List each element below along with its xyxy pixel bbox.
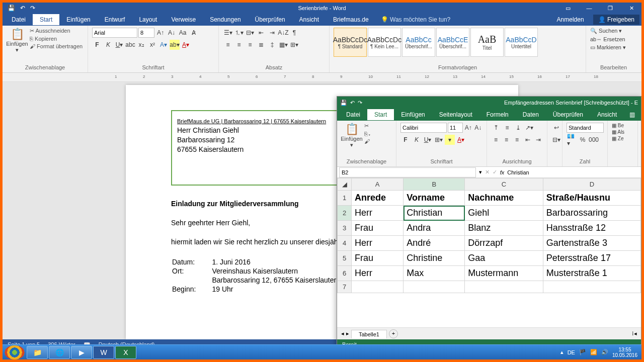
shading-button[interactable]: ▦▾ <box>278 40 288 50</box>
spreadsheet-grid[interactable]: ◢ABCD1AnredeVornameNachnameStraße/Hausnu… <box>337 178 641 327</box>
excel-tab-seitenlayout[interactable]: Seitenlayout <box>432 109 479 120</box>
excel-tab-start[interactable]: Start <box>367 109 394 120</box>
font-name-select[interactable] <box>92 28 137 38</box>
excel-border[interactable]: ⊞▾ <box>434 135 444 145</box>
new-sheet-button[interactable]: + <box>389 329 398 338</box>
sort-button[interactable]: A↓Z <box>278 28 288 38</box>
tray-clock[interactable]: 13:5510.05.2016 <box>612 347 637 358</box>
fmt-table[interactable]: ▦ Als <box>612 129 633 135</box>
tab-überprüfen[interactable]: Überprüfen <box>248 14 292 25</box>
excel-tab-formeln[interactable]: Formeln <box>479 109 516 120</box>
taskbar-explorer[interactable]: 📁 <box>27 346 48 359</box>
style-Standard[interactable]: AaBbCcDc¶ Standard <box>334 28 367 57</box>
ruler[interactable]: 123456789101112131415161718 <box>3 73 641 82</box>
close-button[interactable]: ✕ <box>621 5 641 12</box>
style-KeinLee[interactable]: AaBbCcDc¶ Kein Lee... <box>368 28 401 57</box>
line-spacing-button[interactable]: ‡ <box>267 40 277 50</box>
taskbar-ie[interactable]: 🌐 <box>49 346 70 359</box>
excel-tab-ansicht[interactable]: Ansicht <box>590 109 624 120</box>
merge-center[interactable]: ⊟▾ <box>551 135 561 145</box>
clear-format-button[interactable]: A̷ <box>189 28 199 38</box>
excel-bold[interactable]: F <box>400 135 411 145</box>
excel-font-size[interactable] <box>448 123 463 133</box>
excel-cut-button[interactable]: ✂ <box>364 123 371 129</box>
tray-network-icon[interactable]: 📶 <box>590 349 597 355</box>
taskbar-media[interactable]: ▶ <box>71 346 92 359</box>
excel-italic[interactable]: K <box>412 135 422 145</box>
undo-icon[interactable]: ↶ <box>20 5 25 12</box>
align-rgt[interactable]: ≡ <box>512 135 522 145</box>
align-bot[interactable]: ⤓ <box>513 123 523 133</box>
tab-einfügen[interactable]: Einfügen <box>59 14 97 25</box>
copy-button[interactable]: ⎘ Kopieren <box>30 36 83 42</box>
sign-in-button[interactable]: Anmelden <box>550 14 591 25</box>
cond-format[interactable]: ▦ Be <box>612 123 633 128</box>
ribbon-options-icon[interactable]: ▥ <box>629 111 639 118</box>
cut-button[interactable]: ✂ Ausschneiden <box>30 28 83 34</box>
subscript-button[interactable]: x₂ <box>136 40 146 50</box>
excel-font-color[interactable]: A▾ <box>456 135 466 145</box>
excel-grow-font[interactable]: A↑ <box>464 123 473 133</box>
undo-icon[interactable]: ↶ <box>350 100 355 106</box>
number-format[interactable] <box>567 123 604 133</box>
tab-sendungen[interactable]: Sendungen <box>203 14 248 25</box>
text-effects-button[interactable]: A▾ <box>158 40 169 50</box>
show-marks-button[interactable]: ¶ <box>289 28 299 38</box>
style-Titel[interactable]: AaBTitel <box>470 28 504 57</box>
minimize-button[interactable]: ▭ <box>558 5 578 12</box>
tell-me-input[interactable]: Was möchten Sie tun? <box>381 16 451 23</box>
tab-briefmaus.de[interactable]: Briefmaus.de <box>326 14 376 25</box>
change-case-button[interactable]: Aa <box>178 28 188 38</box>
cancel-icon[interactable]: ✕ <box>485 169 490 175</box>
wrap-text[interactable]: ↩ <box>551 123 561 133</box>
font-color-button[interactable]: A▾ <box>181 40 191 50</box>
bold-button[interactable]: F <box>92 40 102 50</box>
excel-tab-überprüfen[interactable]: Überprüfen <box>546 109 590 120</box>
save-icon[interactable]: 💾 <box>8 5 15 12</box>
save-icon[interactable]: 💾 <box>340 100 347 106</box>
indent-i[interactable]: ⇥ <box>533 135 543 145</box>
tray-flag-icon[interactable]: 🏴 <box>579 349 586 355</box>
style-Untertitel[interactable]: AaBbCcDUntertitel <box>505 28 538 57</box>
bullets-button[interactable]: ☰▾ <box>223 28 233 38</box>
grow-font-button[interactable]: A↑ <box>155 28 166 38</box>
currency[interactable]: 💶▾ <box>567 135 577 145</box>
justify-button[interactable]: ≣ <box>256 40 266 50</box>
italic-button[interactable]: K <box>103 40 113 50</box>
paste-button[interactable]: 📋Einfügen▾ <box>7 28 28 64</box>
indent-dec-button[interactable]: ⇤ <box>256 28 266 38</box>
excel-fill[interactable]: ▾ <box>445 135 455 145</box>
font-size-select[interactable] <box>138 28 154 38</box>
align-top[interactable]: ⤒ <box>491 123 501 133</box>
borders-button[interactable]: ⊞▾ <box>289 40 299 50</box>
align-ctr[interactable]: ≡ <box>502 135 511 145</box>
align-left-button[interactable]: ≡ <box>223 40 233 50</box>
tab-datei[interactable]: Datei <box>5 14 33 25</box>
style-berschrif[interactable]: AaBbCcÜberschrif... <box>402 28 435 57</box>
excel-shrink-font[interactable]: A↓ <box>474 123 483 133</box>
tab-entwurf[interactable]: Entwurf <box>98 14 132 25</box>
align-mid[interactable]: ≡ <box>502 123 512 133</box>
strike-button[interactable]: abc <box>125 40 135 50</box>
align-right-button[interactable]: ≡ <box>245 40 255 50</box>
excel-format-painter-button[interactable]: 🖌 <box>364 138 371 144</box>
excel-tab-daten[interactable]: Daten <box>516 109 546 120</box>
enter-icon[interactable]: ✓ <box>493 169 497 175</box>
shrink-font-button[interactable]: A↓ <box>167 28 177 38</box>
underline-button[interactable]: U▾ <box>114 40 124 50</box>
percent[interactable]: % <box>578 135 588 145</box>
restore-button[interactable]: ❐ <box>600 5 620 12</box>
excel-font-name[interactable] <box>400 123 447 133</box>
format-painter-button[interactable]: 🖌 Format übertragen <box>30 43 83 49</box>
tab-start[interactable]: Start <box>33 14 59 25</box>
excel-copy-button[interactable]: ⎘▾ <box>364 131 371 137</box>
name-box[interactable] <box>339 167 476 177</box>
multilevel-button[interactable]: ⊟▾ <box>245 28 255 38</box>
redo-icon[interactable]: ↷ <box>30 5 35 12</box>
fx-icon[interactable]: fx <box>500 169 505 175</box>
excel-tab-datei[interactable]: Datei <box>339 109 367 120</box>
superscript-button[interactable]: x² <box>147 40 157 50</box>
find-button[interactable]: 🔍 Suchen ▾ <box>590 28 626 34</box>
tray-up-icon[interactable]: ▴ <box>560 349 564 355</box>
sheet-tab[interactable]: Tabelle1 <box>351 330 387 338</box>
